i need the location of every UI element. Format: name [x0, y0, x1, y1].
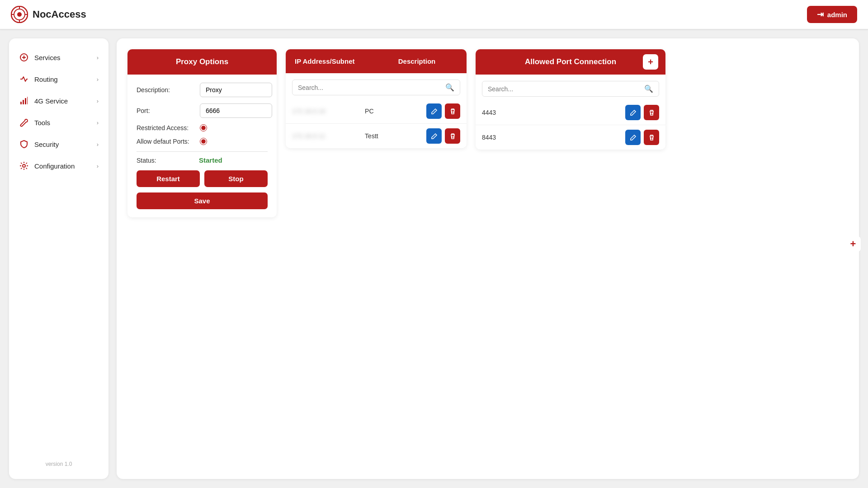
desc-cell-1: Testt: [365, 132, 422, 140]
tools-chevron: ›: [97, 119, 99, 126]
delete-button-0[interactable]: [445, 103, 460, 119]
routing-icon: [19, 74, 29, 84]
divider: [137, 151, 268, 152]
sidebar-label-configuration: Configuration: [34, 162, 75, 170]
ip-search-bar: 🔍: [292, 80, 460, 95]
restricted-access-radio[interactable]: [200, 124, 207, 131]
port-table-panel: Allowed Port Connection + 🔍 4443: [476, 49, 665, 150]
configuration-chevron: ›: [97, 163, 99, 169]
admin-label: admin: [827, 11, 847, 19]
ip-table-rows: 172.16.0.10 PC 172.16.0.11 Testt: [286, 99, 467, 148]
topnav: NocAccess ⇥ admin: [0, 0, 868, 29]
sidebar-label-routing: Routing: [34, 75, 58, 83]
restricted-access-label: Restricted Access:: [137, 124, 195, 131]
port-edit-button-1[interactable]: [625, 130, 641, 145]
svg-rect-11: [27, 97, 28, 104]
logout-icon: ⇥: [817, 9, 824, 19]
allow-default-ports-label: Allow defaut Ports:: [137, 138, 195, 145]
sidebar-item-security[interactable]: Security ›: [9, 133, 108, 155]
configuration-icon: [19, 161, 29, 171]
sidebar-item-4g[interactable]: 4G Service ›: [9, 90, 108, 112]
port-row: Port:: [137, 103, 268, 118]
port-table-row-0: 4443: [476, 100, 665, 125]
desc-cell-0: PC: [365, 108, 422, 115]
table-row: 172.16.0.11 Testt: [286, 123, 467, 148]
ip-table-header: IP Address/Subnet Description +: [286, 49, 467, 73]
proxy-options-header: Proxy Options: [127, 49, 277, 75]
svg-rect-10: [25, 98, 26, 104]
ip-table-panel: IP Address/Subnet Description + 🔍 172.16…: [286, 49, 467, 148]
signal-icon: [19, 96, 29, 106]
sidebar-item-services[interactable]: Services ›: [9, 47, 108, 68]
restricted-access-row: Restricted Access:: [137, 124, 268, 131]
sidebar-item-tools[interactable]: Tools ›: [9, 112, 108, 133]
status-row: Status: Started: [137, 156, 268, 164]
port-search-bar: 🔍: [482, 81, 659, 97]
ip-search-icon: 🔍: [445, 83, 454, 92]
app-title: NocAccess: [33, 9, 86, 20]
save-button[interactable]: Save: [137, 192, 268, 209]
status-value: Started: [199, 156, 222, 164]
sidebar-items: Services › Routing ›: [9, 47, 108, 461]
port-table-row-1: 8443: [476, 125, 665, 150]
desc-col-header: Description: [376, 57, 458, 65]
services-icon: [19, 52, 29, 62]
ip-cell-0: 172.16.0.10: [292, 108, 360, 115]
proxy-options-title: Proxy Options: [176, 57, 228, 66]
port-search-icon: 🔍: [644, 84, 653, 93]
admin-button[interactable]: ⇥ admin: [807, 6, 857, 23]
4g-chevron: ›: [97, 98, 99, 104]
logo: NocAccess: [11, 6, 86, 23]
sidebar-item-configuration[interactable]: Configuration ›: [9, 155, 108, 177]
content-area: Proxy Options Description: Port: Restric…: [117, 38, 859, 479]
port-table-title: Allowed Port Connection: [525, 57, 616, 66]
sidebar-version: version 1.0: [9, 461, 108, 471]
proxy-options-body: Description: Port: Restricted Access: Al…: [127, 75, 277, 217]
edit-button-1[interactable]: [426, 128, 442, 144]
sidebar-label-services: Services: [34, 54, 61, 61]
restart-button[interactable]: Restart: [137, 170, 200, 187]
ip-cell-1: 172.16.0.11: [292, 132, 360, 140]
action-buttons-row: Restart Stop: [137, 170, 268, 187]
security-chevron: ›: [97, 141, 99, 148]
sidebar-item-routing[interactable]: Routing ›: [9, 68, 108, 90]
allow-default-ports-radio[interactable]: [200, 138, 207, 145]
port-delete-button-0[interactable]: [644, 105, 659, 120]
port-input[interactable]: [200, 103, 272, 118]
allow-default-ports-row: Allow defaut Ports:: [137, 138, 268, 145]
port-search-input[interactable]: [488, 85, 641, 93]
row-actions-0: [426, 103, 460, 119]
routing-chevron: ›: [97, 76, 99, 83]
ip-search-input[interactable]: [298, 84, 442, 91]
sidebar-label-security: Security: [34, 141, 59, 148]
svg-rect-9: [23, 100, 24, 104]
description-input[interactable]: [200, 83, 272, 97]
port-label: Port:: [137, 107, 195, 114]
row-actions-1: [426, 128, 460, 144]
ip-col-header: IP Address/Subnet: [295, 57, 376, 65]
delete-button-1[interactable]: [445, 128, 460, 144]
port-search-container: 🔍: [476, 81, 665, 97]
edit-button-0[interactable]: [426, 103, 442, 119]
ip-search-container: 🔍: [286, 80, 467, 95]
sidebar-label-4g: 4G Service: [34, 97, 68, 105]
sidebar: Services › Routing ›: [9, 38, 108, 479]
sidebar-label-tools: Tools: [34, 119, 50, 127]
port-delete-button-1[interactable]: [644, 130, 659, 145]
svg-point-12: [23, 164, 25, 167]
stop-button[interactable]: Stop: [204, 170, 268, 187]
description-label: Description:: [137, 86, 195, 94]
svg-rect-8: [20, 102, 22, 104]
security-icon: [19, 139, 29, 149]
main-layout: Services › Routing ›: [0, 29, 868, 488]
tools-icon: [19, 117, 29, 127]
port-row-actions-1: [625, 130, 659, 145]
port-add-button[interactable]: +: [643, 54, 658, 70]
proxy-options-panel: Proxy Options Description: Port: Restric…: [127, 49, 277, 217]
port-row-actions-0: [625, 105, 659, 120]
port-table-header: Allowed Port Connection +: [476, 49, 665, 75]
port-edit-button-0[interactable]: [625, 105, 641, 120]
logo-icon: [11, 6, 28, 23]
table-row: 172.16.0.10 PC: [286, 99, 467, 123]
port-table-rows: 4443 8443: [476, 100, 665, 150]
